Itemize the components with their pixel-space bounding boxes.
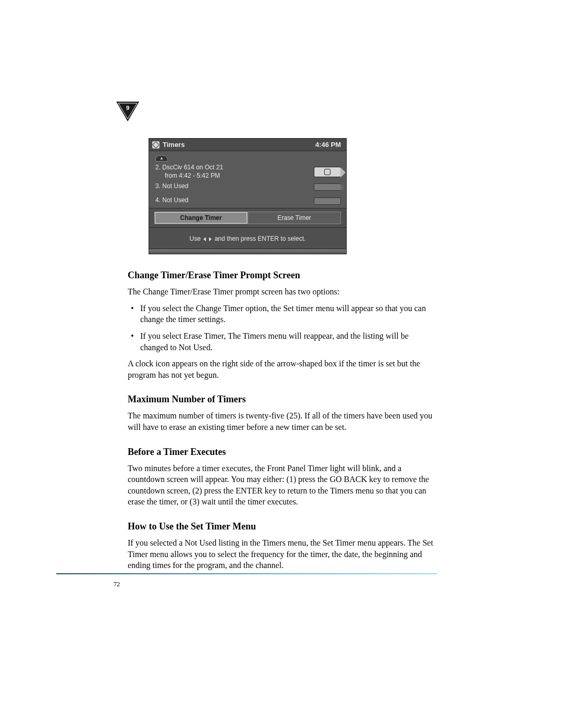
chapter-number: 9 <box>116 105 139 111</box>
clock-icon <box>324 169 331 175</box>
clock-icon <box>152 141 160 149</box>
timer-indicator[interactable] <box>314 167 341 177</box>
body-paragraph: The Change Timer/Erase Timer prompt scre… <box>128 286 435 298</box>
timer-row: 4. Not Used <box>155 195 341 206</box>
timer-indicator[interactable] <box>314 183 341 191</box>
clock-time: 4:46 PM <box>315 141 341 149</box>
timer-indicator[interactable] <box>314 198 341 205</box>
scroll-up-icon[interactable]: ▲ <box>155 155 168 162</box>
timer-row-line2: from 4:42 - 5:42 PM <box>155 172 223 180</box>
page-number: 72 <box>114 581 120 588</box>
section-heading: Before a Timer Executes <box>128 447 435 458</box>
hint-text: Use and then press ENTER to select. <box>149 228 346 249</box>
timer-row: 2. DscCiv 614 on Oct 21 from 4:42 - 5:42… <box>155 163 341 181</box>
left-right-arrows-icon <box>203 236 212 242</box>
body-paragraph: Two minutes before a timer executes, the… <box>128 463 435 508</box>
erase-timer-button[interactable]: Erase Timer <box>248 212 341 224</box>
bullet-item: If you select the Change Timer option, t… <box>128 303 435 325</box>
window-title: Timers <box>163 141 185 149</box>
timer-row-line1[interactable]: 4. Not Used <box>155 196 188 205</box>
bullet-item: If you select Erase Timer, The Timers me… <box>128 330 435 353</box>
embedded-screenshot: Timers 4:46 PM ▲ 2. DscCiv 614 on Oct 21… <box>149 138 347 254</box>
section-heading: Change Timer/Erase Timer Prompt Screen <box>128 270 435 281</box>
chapter-marker: 9 <box>116 102 139 121</box>
footer-rule <box>56 573 437 574</box>
body-paragraph: The maximum number of timers is twenty-f… <box>128 410 435 433</box>
decorative-strip <box>149 249 346 254</box>
timer-row-line1[interactable]: 3. Not Used <box>155 182 188 191</box>
section-heading: Maximum Number of Timers <box>128 394 435 405</box>
timer-row: 3. Not Used <box>155 181 341 192</box>
body-paragraph: A clock icon appears on the right side o… <box>128 358 435 380</box>
body-paragraph: If you selected a Not Used listing in th… <box>128 537 435 571</box>
section-heading: How to Use the Set Timer Menu <box>128 521 435 532</box>
change-timer-button[interactable]: Change Timer <box>154 212 248 224</box>
timer-row-line1: 2. DscCiv 614 on Oct 21 <box>155 164 223 172</box>
